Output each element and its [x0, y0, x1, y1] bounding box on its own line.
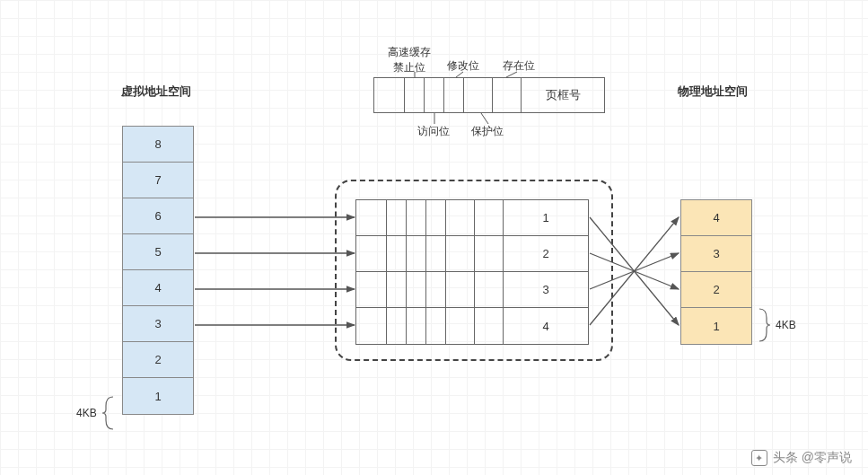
- virtual-page: 8: [123, 127, 193, 163]
- pte-label-cache-disable: 高速缓存 禁止位: [388, 45, 431, 75]
- virtual-page: 1: [123, 378, 193, 414]
- pte-label-modified: 修改位: [447, 58, 479, 74]
- virtual-column: 8 7 6 5 4 3 2 1: [122, 126, 194, 415]
- virtual-space-title: 虚拟地址空间: [121, 84, 191, 100]
- physical-frame: 1: [681, 308, 751, 344]
- pte-frame-value: 4: [504, 308, 588, 344]
- page-table: 1 2 3 4: [355, 199, 589, 345]
- page-table-row: 4: [356, 308, 588, 344]
- virtual-page: 4: [123, 270, 193, 306]
- physical-column: 4 3 2 1: [680, 199, 752, 345]
- physical-space-title: 物理地址空间: [678, 84, 748, 100]
- pte-field-accessed: [425, 78, 444, 112]
- pte-field-cache-disable: [405, 78, 425, 112]
- pte-label-present: 存在位: [503, 58, 535, 74]
- virtual-page-size-brace: 4KB: [76, 395, 117, 431]
- pte-frame-value: 1: [504, 200, 588, 235]
- page-table-row: 1: [356, 200, 588, 236]
- size-label: 4KB: [776, 319, 796, 331]
- pte-field-present: [493, 78, 522, 112]
- virtual-page: 3: [123, 306, 193, 342]
- pte-field: [374, 78, 405, 112]
- virtual-page: 6: [123, 198, 193, 234]
- physical-frame: 3: [681, 236, 751, 272]
- pte-field-frame-number: 页框号: [522, 78, 604, 112]
- size-label: 4KB: [76, 407, 97, 419]
- pte-label-accessed: 访问位: [417, 124, 450, 139]
- pte-frame-value: 2: [504, 236, 588, 271]
- pte-frame-value: 3: [504, 272, 588, 307]
- svg-line-4: [481, 113, 488, 124]
- pte-field-protect: [464, 78, 493, 112]
- virtual-page: 7: [123, 163, 193, 198]
- pte-label-protect: 保护位: [471, 124, 504, 139]
- toutiao-logo-icon: ✦: [751, 450, 767, 466]
- physical-frame: 2: [681, 272, 751, 308]
- virtual-page: 2: [123, 342, 193, 378]
- physical-frame: 4: [681, 200, 751, 236]
- page-table-row: 3: [356, 272, 588, 308]
- watermark: ✦ 头条 @零声说: [751, 450, 852, 466]
- physical-frame-size-brace: 4KB: [756, 307, 796, 343]
- virtual-page: 5: [123, 234, 193, 270]
- page-table-row: 2: [356, 236, 588, 272]
- watermark-text: 头条 @零声说: [773, 450, 852, 466]
- pte-structure: 页框号: [373, 77, 605, 113]
- pte-field-modified: [444, 78, 464, 112]
